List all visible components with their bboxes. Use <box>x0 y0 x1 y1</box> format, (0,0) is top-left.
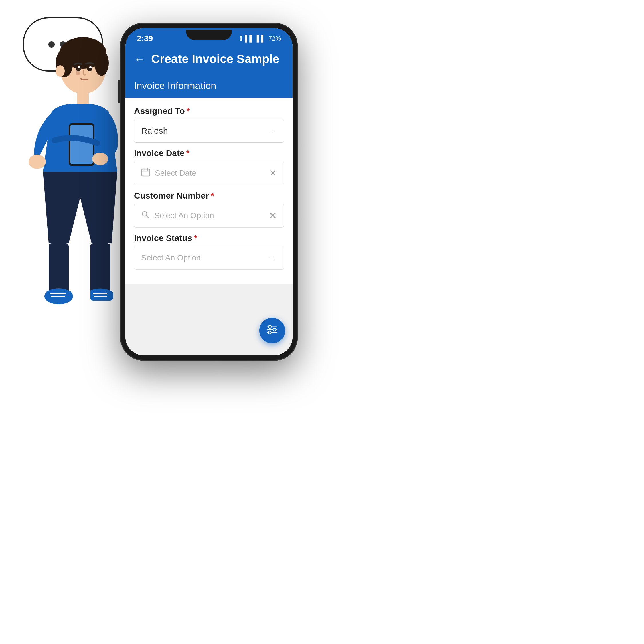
svg-point-6 <box>76 65 81 71</box>
svg-point-4 <box>56 65 65 77</box>
invoice-date-field: Invoice Date * <box>134 148 284 185</box>
customer-number-label: Customer Number * <box>134 191 284 201</box>
signal-icon-2: ▌▌ <box>257 35 266 42</box>
section-title: Invoice Information <box>134 80 216 91</box>
invoice-status-field: Invoice Status * Select An Option → <box>134 233 284 270</box>
svg-rect-18 <box>46 291 72 301</box>
status-arrow-icon: → <box>268 252 277 263</box>
form-area: Assigned To * Rajesh → Invoice Date * <box>125 98 293 284</box>
assigned-to-value: Rajesh <box>141 126 168 136</box>
svg-point-34 <box>273 328 276 331</box>
battery-icon: 72% <box>268 35 281 42</box>
invoice-status-label: Invoice Status * <box>134 233 284 243</box>
svg-point-7 <box>87 65 92 71</box>
page-title: Create Invoice Sample <box>151 52 279 66</box>
assigned-to-field: Assigned To * Rajesh → <box>134 106 284 143</box>
filter-icon <box>266 323 278 338</box>
svg-point-8 <box>78 66 80 68</box>
phone-screen: 2:39 ℹ ▌▌ ▌▌ 72% ← Create Invoice Sample… <box>125 28 293 355</box>
svg-rect-13 <box>70 125 93 164</box>
assigned-to-label: Assigned To * <box>134 106 284 116</box>
app-header: ← Create Invoice Sample <box>125 46 293 74</box>
arrow-right-icon: → <box>268 125 277 136</box>
clear-customer-icon[interactable]: ✕ <box>269 210 277 221</box>
required-star: * <box>187 106 190 116</box>
invoice-date-label: Invoice Date * <box>134 148 284 158</box>
screen-content: Invoice Information Assigned To * Rajesh… <box>125 74 293 355</box>
invoice-date-input[interactable]: Select Date ✕ <box>134 161 284 185</box>
svg-rect-16 <box>90 243 110 295</box>
section-header: Invoice Information <box>125 74 293 98</box>
customer-placeholder: Select An Option <box>154 211 214 220</box>
customer-number-field: Customer Number * <box>134 191 284 228</box>
svg-line-29 <box>146 216 149 218</box>
svg-point-33 <box>268 325 271 328</box>
status-icons: ℹ ▌▌ ▌▌ 72% <box>240 35 281 42</box>
calendar-icon <box>141 167 150 179</box>
svg-point-3 <box>94 50 109 76</box>
svg-point-35 <box>268 331 271 334</box>
status-placeholder: Select An Option <box>141 253 201 262</box>
signal-icon-1: ▌▌ <box>245 35 254 42</box>
required-star-date: * <box>186 148 190 158</box>
svg-point-9 <box>89 66 92 68</box>
svg-rect-24 <box>142 169 150 176</box>
required-star-status: * <box>194 233 197 243</box>
status-time: 2:39 <box>137 34 153 43</box>
phone-notch <box>186 30 232 40</box>
date-placeholder: Select Date <box>155 169 196 178</box>
svg-point-14 <box>92 153 108 165</box>
info-icon: ℹ <box>240 35 242 42</box>
back-button[interactable]: ← <box>134 53 145 66</box>
svg-point-11 <box>29 155 46 169</box>
customer-number-input[interactable]: Select An Option ✕ <box>134 204 284 228</box>
required-star-customer: * <box>211 191 214 201</box>
svg-rect-19 <box>90 291 113 301</box>
invoice-status-input[interactable]: Select An Option → <box>134 246 284 270</box>
phone-mockup: 2:39 ℹ ▌▌ ▌▌ 72% ← Create Invoice Sample… <box>120 23 298 361</box>
filter-fab-button[interactable] <box>259 318 285 343</box>
assigned-to-input[interactable]: Rajesh → <box>134 119 284 143</box>
svg-point-5 <box>76 71 80 75</box>
clear-date-icon[interactable]: ✕ <box>269 168 277 179</box>
svg-rect-10 <box>77 91 89 104</box>
svg-rect-15 <box>49 243 69 295</box>
search-icon <box>141 210 150 221</box>
phone-body: 2:39 ℹ ▌▌ ▌▌ 72% ← Create Invoice Sample… <box>120 23 298 361</box>
